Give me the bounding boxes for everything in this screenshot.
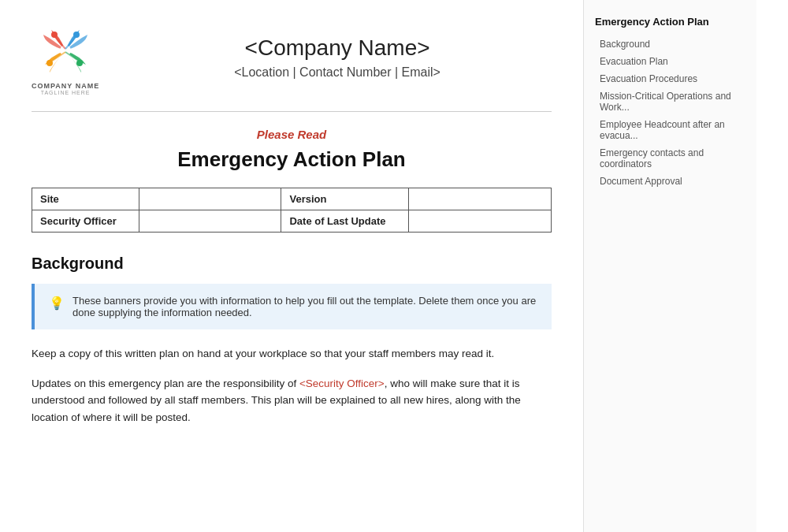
sidebar-item-emergency-contacts[interactable]: Emergency contacts and coordinators [595,144,745,173]
site-value [139,188,281,210]
header: COMPANY NAME TAGLINE HERE <Company Name>… [32,19,552,95]
sidebar-items-list: Background Evacuation Plan Evacuation Pr… [595,35,745,190]
para2-prefix: Updates on this emergency plan are the r… [32,378,299,389]
info-banner: 💡 These banners provide you with informa… [32,284,552,329]
version-value [409,188,552,210]
please-read-label: Please Read [32,128,552,141]
header-divider [32,111,552,112]
security-officer-label: Security Officer [32,210,139,233]
background-para1: Keep a copy of this written plan on hand… [32,345,552,363]
sidebar: Emergency Action Plan Background Evacuat… [583,0,756,532]
date-value [409,210,552,233]
logo-tagline: TAGLINE HERE [41,90,91,95]
banner-text: These banners provide you with informati… [72,295,537,318]
site-label: Site [32,188,139,210]
sidebar-item-evacuation-procedures[interactable]: Evacuation Procedures [595,70,745,87]
sidebar-title: Emergency Action Plan [595,16,745,28]
info-table: Site Version Security Officer Date of La… [32,188,552,233]
sidebar-item-document-approval[interactable]: Document Approval [595,173,745,190]
document-title: Emergency Action Plan [32,147,552,172]
company-name-heading: <Company Name> [123,35,552,61]
date-label: Date of Last Update [281,210,409,233]
header-text-block: <Company Name> <Location | Contact Numbe… [123,35,552,80]
background-para2: Updates on this emergency plan are the r… [32,375,552,426]
logo-company-name: COMPANY NAME [32,82,99,90]
sidebar-item-background[interactable]: Background [595,35,745,53]
sidebar-item-employee-headcount[interactable]: Employee Headcount after an evacua... [595,116,745,144]
table-row-1: Site Version [32,188,552,210]
security-officer-value [139,210,281,233]
logo-area: COMPANY NAME TAGLINE HERE [32,19,99,95]
table-row-2: Security Officer Date of Last Update [32,210,552,233]
company-contact: <Location | Contact Number | Email> [123,65,552,80]
sidebar-item-mission-critical[interactable]: Mission-Critical Operations and Work... [595,87,745,116]
sidebar-item-evacuation-plan[interactable]: Evacuation Plan [595,53,745,70]
security-officer-highlight: <Security Officer> [299,378,385,389]
background-section-title: Background [32,255,552,273]
main-content: COMPANY NAME TAGLINE HERE <Company Name>… [0,0,583,532]
banner-icon: 💡 [49,296,65,311]
company-logo [34,19,97,82]
version-label: Version [281,188,409,210]
